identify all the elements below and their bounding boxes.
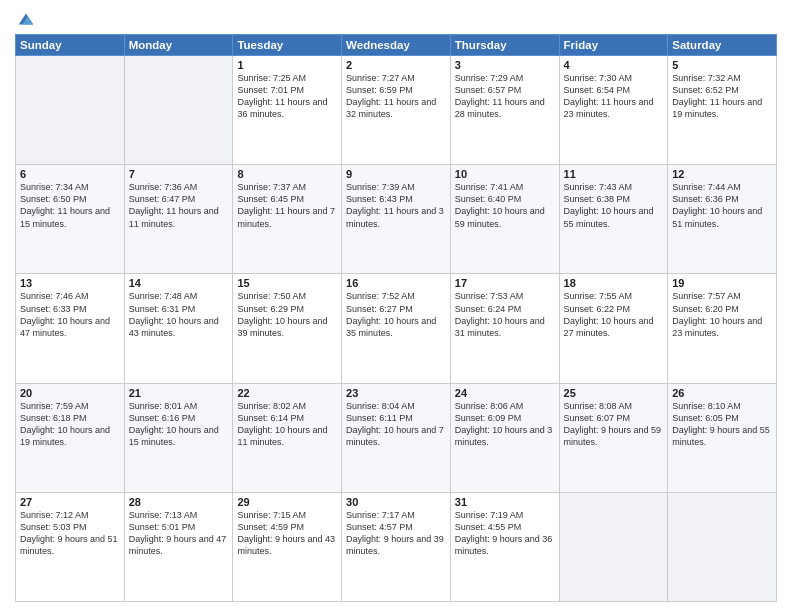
day-number: 26 [672, 387, 772, 399]
day-number: 21 [129, 387, 229, 399]
day-number: 31 [455, 496, 555, 508]
day-info: Sunrise: 7:25 AM Sunset: 7:01 PM Dayligh… [237, 72, 337, 121]
calendar-cell: 15Sunrise: 7:50 AM Sunset: 6:29 PM Dayli… [233, 274, 342, 383]
calendar-cell: 7Sunrise: 7:36 AM Sunset: 6:47 PM Daylig… [124, 165, 233, 274]
day-number: 16 [346, 277, 446, 289]
day-info: Sunrise: 7:17 AM Sunset: 4:57 PM Dayligh… [346, 509, 446, 558]
day-number: 22 [237, 387, 337, 399]
day-info: Sunrise: 7:32 AM Sunset: 6:52 PM Dayligh… [672, 72, 772, 121]
day-number: 27 [20, 496, 120, 508]
calendar-cell: 13Sunrise: 7:46 AM Sunset: 6:33 PM Dayli… [16, 274, 125, 383]
day-number: 14 [129, 277, 229, 289]
page: SundayMondayTuesdayWednesdayThursdayFrid… [0, 0, 792, 612]
day-number: 2 [346, 59, 446, 71]
day-info: Sunrise: 7:48 AM Sunset: 6:31 PM Dayligh… [129, 290, 229, 339]
day-info: Sunrise: 7:43 AM Sunset: 6:38 PM Dayligh… [564, 181, 664, 230]
calendar-cell: 24Sunrise: 8:06 AM Sunset: 6:09 PM Dayli… [450, 383, 559, 492]
day-info: Sunrise: 8:04 AM Sunset: 6:11 PM Dayligh… [346, 400, 446, 449]
day-info: Sunrise: 7:39 AM Sunset: 6:43 PM Dayligh… [346, 181, 446, 230]
calendar-cell: 1Sunrise: 7:25 AM Sunset: 7:01 PM Daylig… [233, 56, 342, 165]
day-number: 3 [455, 59, 555, 71]
calendar-cell: 21Sunrise: 8:01 AM Sunset: 6:16 PM Dayli… [124, 383, 233, 492]
day-number: 6 [20, 168, 120, 180]
day-info: Sunrise: 8:02 AM Sunset: 6:14 PM Dayligh… [237, 400, 337, 449]
day-info: Sunrise: 7:41 AM Sunset: 6:40 PM Dayligh… [455, 181, 555, 230]
day-info: Sunrise: 7:12 AM Sunset: 5:03 PM Dayligh… [20, 509, 120, 558]
header-cell-saturday: Saturday [668, 35, 777, 56]
calendar-cell [124, 56, 233, 165]
header-cell-monday: Monday [124, 35, 233, 56]
day-info: Sunrise: 7:57 AM Sunset: 6:20 PM Dayligh… [672, 290, 772, 339]
calendar-cell: 19Sunrise: 7:57 AM Sunset: 6:20 PM Dayli… [668, 274, 777, 383]
day-number: 19 [672, 277, 772, 289]
day-number: 4 [564, 59, 664, 71]
day-info: Sunrise: 7:30 AM Sunset: 6:54 PM Dayligh… [564, 72, 664, 121]
day-info: Sunrise: 7:50 AM Sunset: 6:29 PM Dayligh… [237, 290, 337, 339]
calendar-cell: 8Sunrise: 7:37 AM Sunset: 6:45 PM Daylig… [233, 165, 342, 274]
header-cell-friday: Friday [559, 35, 668, 56]
calendar-cell: 11Sunrise: 7:43 AM Sunset: 6:38 PM Dayli… [559, 165, 668, 274]
calendar-cell: 9Sunrise: 7:39 AM Sunset: 6:43 PM Daylig… [342, 165, 451, 274]
day-info: Sunrise: 7:55 AM Sunset: 6:22 PM Dayligh… [564, 290, 664, 339]
day-info: Sunrise: 7:27 AM Sunset: 6:59 PM Dayligh… [346, 72, 446, 121]
calendar-cell: 14Sunrise: 7:48 AM Sunset: 6:31 PM Dayli… [124, 274, 233, 383]
day-number: 25 [564, 387, 664, 399]
calendar-week-row: 20Sunrise: 7:59 AM Sunset: 6:18 PM Dayli… [16, 383, 777, 492]
calendar-cell: 26Sunrise: 8:10 AM Sunset: 6:05 PM Dayli… [668, 383, 777, 492]
day-info: Sunrise: 7:19 AM Sunset: 4:55 PM Dayligh… [455, 509, 555, 558]
calendar-cell [668, 492, 777, 601]
day-number: 18 [564, 277, 664, 289]
calendar-table: SundayMondayTuesdayWednesdayThursdayFrid… [15, 34, 777, 602]
calendar-cell: 31Sunrise: 7:19 AM Sunset: 4:55 PM Dayli… [450, 492, 559, 601]
calendar-cell: 28Sunrise: 7:13 AM Sunset: 5:01 PM Dayli… [124, 492, 233, 601]
day-number: 1 [237, 59, 337, 71]
day-number: 23 [346, 387, 446, 399]
day-number: 8 [237, 168, 337, 180]
day-number: 13 [20, 277, 120, 289]
calendar-cell: 5Sunrise: 7:32 AM Sunset: 6:52 PM Daylig… [668, 56, 777, 165]
calendar-cell: 6Sunrise: 7:34 AM Sunset: 6:50 PM Daylig… [16, 165, 125, 274]
calendar-cell: 22Sunrise: 8:02 AM Sunset: 6:14 PM Dayli… [233, 383, 342, 492]
calendar-cell: 16Sunrise: 7:52 AM Sunset: 6:27 PM Dayli… [342, 274, 451, 383]
calendar-cell: 3Sunrise: 7:29 AM Sunset: 6:57 PM Daylig… [450, 56, 559, 165]
day-number: 9 [346, 168, 446, 180]
calendar-header-row: SundayMondayTuesdayWednesdayThursdayFrid… [16, 35, 777, 56]
calendar-cell: 23Sunrise: 8:04 AM Sunset: 6:11 PM Dayli… [342, 383, 451, 492]
calendar-cell: 4Sunrise: 7:30 AM Sunset: 6:54 PM Daylig… [559, 56, 668, 165]
logo-text [15, 10, 35, 28]
calendar-cell: 18Sunrise: 7:55 AM Sunset: 6:22 PM Dayli… [559, 274, 668, 383]
calendar-cell [16, 56, 125, 165]
day-info: Sunrise: 7:34 AM Sunset: 6:50 PM Dayligh… [20, 181, 120, 230]
day-info: Sunrise: 7:44 AM Sunset: 6:36 PM Dayligh… [672, 181, 772, 230]
calendar-cell: 29Sunrise: 7:15 AM Sunset: 4:59 PM Dayli… [233, 492, 342, 601]
day-info: Sunrise: 7:37 AM Sunset: 6:45 PM Dayligh… [237, 181, 337, 230]
calendar-cell: 2Sunrise: 7:27 AM Sunset: 6:59 PM Daylig… [342, 56, 451, 165]
calendar-cell: 20Sunrise: 7:59 AM Sunset: 6:18 PM Dayli… [16, 383, 125, 492]
logo-icon [17, 10, 35, 28]
day-number: 28 [129, 496, 229, 508]
header-cell-sunday: Sunday [16, 35, 125, 56]
day-number: 15 [237, 277, 337, 289]
day-info: Sunrise: 8:08 AM Sunset: 6:07 PM Dayligh… [564, 400, 664, 449]
calendar-week-row: 13Sunrise: 7:46 AM Sunset: 6:33 PM Dayli… [16, 274, 777, 383]
logo [15, 10, 35, 28]
calendar-cell [559, 492, 668, 601]
day-info: Sunrise: 8:10 AM Sunset: 6:05 PM Dayligh… [672, 400, 772, 449]
day-info: Sunrise: 7:36 AM Sunset: 6:47 PM Dayligh… [129, 181, 229, 230]
header-cell-tuesday: Tuesday [233, 35, 342, 56]
calendar-cell: 30Sunrise: 7:17 AM Sunset: 4:57 PM Dayli… [342, 492, 451, 601]
day-number: 7 [129, 168, 229, 180]
day-number: 5 [672, 59, 772, 71]
day-info: Sunrise: 7:52 AM Sunset: 6:27 PM Dayligh… [346, 290, 446, 339]
calendar-cell: 25Sunrise: 8:08 AM Sunset: 6:07 PM Dayli… [559, 383, 668, 492]
day-info: Sunrise: 7:13 AM Sunset: 5:01 PM Dayligh… [129, 509, 229, 558]
day-info: Sunrise: 7:59 AM Sunset: 6:18 PM Dayligh… [20, 400, 120, 449]
day-number: 17 [455, 277, 555, 289]
day-number: 30 [346, 496, 446, 508]
calendar-cell: 17Sunrise: 7:53 AM Sunset: 6:24 PM Dayli… [450, 274, 559, 383]
day-number: 20 [20, 387, 120, 399]
day-number: 11 [564, 168, 664, 180]
day-info: Sunrise: 8:01 AM Sunset: 6:16 PM Dayligh… [129, 400, 229, 449]
calendar-cell: 27Sunrise: 7:12 AM Sunset: 5:03 PM Dayli… [16, 492, 125, 601]
day-number: 12 [672, 168, 772, 180]
